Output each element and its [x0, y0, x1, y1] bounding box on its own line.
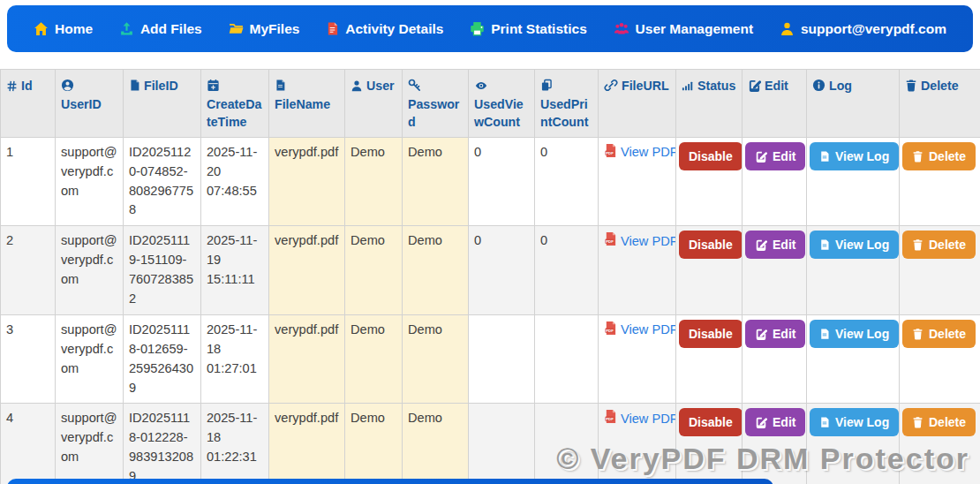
col-password: Password — [403, 70, 469, 138]
cell-user: Demo — [345, 226, 403, 315]
nav-home[interactable]: Home — [34, 21, 93, 37]
cell-id: 2 — [1, 226, 56, 315]
view-log-button[interactable]: View Log — [810, 320, 899, 348]
view-pdf-link[interactable]: PDF View PDF — [604, 409, 676, 429]
view-pdf-link[interactable]: PDF View PDF — [604, 231, 676, 252]
delete-button[interactable]: Delete — [902, 408, 976, 436]
view-pdf-label: View PDF — [621, 232, 676, 252]
trash-icon — [912, 238, 923, 251]
trash-icon — [912, 328, 923, 340]
cell-delete: Delete — [900, 226, 980, 315]
disable-button[interactable]: Disable — [679, 231, 743, 259]
col-id: Id — [1, 70, 56, 138]
view-pdf-label: View PDF — [621, 410, 676, 429]
disable-button[interactable]: Disable — [679, 142, 743, 170]
col-createdatetime: CreateDateTime — [201, 70, 269, 138]
file-icon — [819, 416, 830, 428]
view-log-button[interactable]: View Log — [810, 408, 899, 436]
cell-status: Disable — [676, 404, 743, 484]
pdf-file-icon: PDF — [604, 321, 617, 341]
user-icon — [351, 79, 366, 93]
cell-id: 1 — [1, 137, 56, 226]
app-window: Home Add Files MyFiles Activity Details … — [0, 0, 980, 484]
cell-log: View Log — [807, 137, 900, 226]
cell-user: Demo — [345, 137, 403, 226]
col-delete: Delete — [900, 70, 980, 138]
cell-password: Demo — [403, 314, 469, 404]
col-status: Status — [676, 70, 743, 138]
edit-button[interactable]: Edit — [745, 320, 805, 348]
nav-add-files[interactable]: Add Files — [119, 21, 202, 37]
file-icon — [819, 328, 830, 340]
cell-usedprintcount — [535, 314, 599, 404]
nav-myfiles-label: MyFiles — [250, 21, 300, 37]
nav-account-label: support@verypdf.com — [801, 21, 946, 37]
cell-fileid: ID20251118-012228-9839132089 — [124, 404, 201, 484]
person-circle-icon — [61, 79, 78, 93]
file-text-icon — [275, 79, 290, 93]
view-pdf-link[interactable]: PDF View PDF — [604, 321, 676, 341]
cell-fileurl: PDF View PDF — [599, 137, 676, 226]
edit-button[interactable]: Edit — [745, 408, 805, 436]
view-log-button[interactable]: View Log — [810, 231, 899, 259]
pencil-square-icon — [755, 328, 767, 340]
cell-usedviewcount — [469, 404, 535, 484]
cell-fileid: ID20251120-074852-8082967758 — [124, 137, 201, 226]
cell-password: Demo — [403, 226, 469, 315]
cell-id: 4 — [1, 404, 56, 484]
svg-text:PDF: PDF — [606, 150, 614, 155]
pencil-square-icon — [755, 238, 767, 251]
cell-usedviewcount: 0 — [469, 137, 535, 226]
cell-edit: Edit — [743, 137, 807, 226]
view-pdf-link[interactable]: PDF View PDF — [604, 143, 676, 163]
view-log-button[interactable]: View Log — [810, 142, 899, 170]
nav-account[interactable]: support@verypdf.com — [780, 21, 946, 37]
view-pdf-label: View PDF — [621, 143, 676, 163]
table-row: 1 support@verypdf.com ID20251120-074852-… — [1, 137, 980, 226]
cell-filename: verypdf.pdf — [269, 404, 345, 484]
nav-add-files-label: Add Files — [140, 21, 202, 37]
info-circle-icon — [812, 79, 829, 93]
delete-button[interactable]: Delete — [902, 231, 976, 259]
pdf-file-icon: PDF — [604, 409, 617, 429]
trash-icon — [912, 416, 923, 428]
col-fileid: FileID — [124, 70, 201, 138]
cell-filename: verypdf.pdf — [269, 226, 345, 315]
view-pdf-label: View PDF — [621, 321, 676, 340]
disable-button[interactable]: Disable — [679, 408, 743, 436]
delete-button[interactable]: Delete — [902, 320, 976, 348]
cell-fileid: ID20251119-151109-7607283852 — [124, 226, 201, 315]
cell-id: 3 — [1, 314, 56, 404]
cell-edit: Edit — [743, 314, 807, 404]
col-fileurl: FileURL — [599, 70, 676, 138]
cell-createdatetime: 2025-11-18 01:22:31 — [201, 404, 269, 484]
pencil-square-icon — [748, 79, 765, 93]
cell-status: Disable — [676, 226, 743, 315]
person-icon — [780, 21, 795, 36]
calendar-plus-icon — [207, 79, 223, 93]
delete-button[interactable]: Delete — [902, 142, 976, 170]
pdf-file-icon: PDF — [604, 143, 617, 163]
edit-button[interactable]: Edit — [745, 142, 805, 170]
cell-userid: support@verypdf.com — [56, 137, 124, 226]
home-icon — [34, 21, 49, 36]
top-navbar: Home Add Files MyFiles Activity Details … — [7, 5, 973, 52]
edit-button[interactable]: Edit — [745, 231, 805, 259]
users-icon — [614, 21, 629, 36]
table-row: 2 support@verypdf.com ID20251119-151109-… — [1, 226, 980, 315]
cell-password: Demo — [403, 137, 469, 226]
cell-filename: verypdf.pdf — [269, 314, 345, 404]
nav-print-statistics[interactable]: Print Statistics — [470, 21, 587, 37]
trash-icon — [912, 150, 923, 163]
disable-button[interactable]: Disable — [679, 320, 743, 348]
nav-activity-details[interactable]: Activity Details — [326, 21, 443, 37]
cell-delete: Delete — [900, 404, 980, 484]
nav-myfiles[interactable]: MyFiles — [229, 21, 300, 37]
nav-user-management[interactable]: User Management — [614, 21, 754, 37]
col-userid: UserID — [56, 70, 124, 138]
cell-userid: support@verypdf.com — [56, 226, 124, 315]
file-icon — [819, 150, 830, 163]
cell-usedviewcount: 0 — [469, 226, 535, 315]
cell-edit: Edit — [743, 404, 807, 484]
cell-fileid: ID20251118-012659-2595264309 — [124, 314, 201, 404]
